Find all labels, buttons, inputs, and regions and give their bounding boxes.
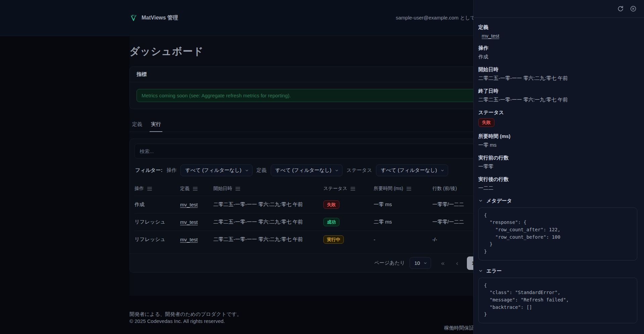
field-operation-label: 操作 xyxy=(478,45,637,51)
chevron-down-icon xyxy=(423,261,427,265)
table-row[interactable]: リフレッシュ mv_test 二零二五-一零-一一 零六:二九:零七 午前 実行… xyxy=(135,231,510,248)
tab-executions[interactable]: 実行 xyxy=(150,121,162,132)
pagination-bar: ページあたり 10 « ‹ 1 xyxy=(130,253,515,272)
chevron-down-icon xyxy=(335,169,339,173)
chevron-down-icon xyxy=(440,169,444,173)
filter-status-select[interactable]: すべて (フィルターなし) xyxy=(376,164,448,176)
definition-link[interactable]: mv_test xyxy=(180,237,198,242)
column-header-started-at[interactable]: 開始日時 xyxy=(213,186,323,192)
field-finished-label: 終了日時 xyxy=(478,88,637,94)
chevron-down-icon xyxy=(478,198,483,203)
cell-action: リフレッシュ xyxy=(135,236,180,243)
definition-link[interactable]: mv_test xyxy=(180,202,198,207)
field-rows-before-label: 実行前の行数 xyxy=(478,155,637,161)
per-page-select[interactable]: 10 xyxy=(410,257,431,269)
execution-detail-drawer: 定義 mv_test 操作 作成 開始日時 二零二五-一零-一一 零六:二九:零… xyxy=(473,0,644,334)
field-status-label: ステータス xyxy=(478,109,637,116)
field-rows-after-label: 実行後の行数 xyxy=(478,176,637,183)
cell-duration: - xyxy=(374,237,432,242)
cell-started-at: 二零二五-一零-一一 零六:二九:零七 午前 xyxy=(213,236,323,243)
footer-tagline: 開発者による、開発者のためのプロダクトです。 xyxy=(129,311,515,318)
page-title: ダッシュボード xyxy=(129,45,515,58)
pagination-first-button[interactable]: « xyxy=(441,259,445,267)
status-badge: 失敗 xyxy=(323,200,339,209)
status-badge: 実行中 xyxy=(323,235,344,244)
metrics-card: 指標 Metrics coming soon (see: Aggregate r… xyxy=(129,66,515,109)
field-started-value: 二零二五-一零-一一 零六:二九:零七 午前 xyxy=(478,75,637,82)
filter-bar: フィルター: 操作 すべて (フィルターなし) 定義 すべて (フィルターなし)… xyxy=(135,164,509,176)
filters-label: フィルター: xyxy=(135,167,162,174)
definition-link[interactable]: mv_test xyxy=(180,219,198,225)
drawer-toolbar xyxy=(474,0,644,18)
chevron-down-icon xyxy=(478,269,483,273)
cell-duration: 二零 ms xyxy=(374,219,432,225)
main-content: ダッシュボード 指標 Metrics coming soon (see: Agg… xyxy=(129,36,515,296)
filter-action-select[interactable]: すべて (フィルターなし) xyxy=(180,164,252,176)
footer: 開発者による、開発者のためのプロダクトです。 © 2025 Codevedas … xyxy=(129,311,515,325)
cell-action: 作成 xyxy=(135,201,180,208)
sort-icon[interactable] xyxy=(193,187,198,191)
metrics-coming-soon-alert: Metrics coming soon (see: Aggregate refr… xyxy=(137,89,508,102)
executions-card: フィルター: 操作 すべて (フィルターなし) 定義 すべて (フィルターなし)… xyxy=(129,139,515,273)
executions-table: 操作 定義 開始日時 ステータス xyxy=(135,182,510,248)
metrics-card-title: 指標 xyxy=(130,67,515,82)
chevron-down-icon xyxy=(245,169,249,173)
app-logo-icon xyxy=(130,14,138,21)
error-section-toggle[interactable]: エラー xyxy=(478,268,637,274)
filter-definition-label: 定義 xyxy=(257,167,267,174)
cell-started-at: 二零二五-一零-一一 零六:二九:零七 午前 xyxy=(213,219,323,225)
field-duration-value: 一零 ms xyxy=(478,142,637,148)
app-title: MatViews 管理 xyxy=(142,14,178,21)
refresh-icon[interactable] xyxy=(617,5,624,12)
cell-duration: 一零 ms xyxy=(374,201,432,208)
filter-action-label: 操作 xyxy=(166,167,176,174)
definition-link[interactable]: mv_test xyxy=(482,33,499,39)
metadata-json: { "response": { "row_count_after": 122, … xyxy=(478,207,637,260)
table-row[interactable]: 作成 mv_test 二零二五-一零-一一 零六:二九:零七 午前 失敗 一零 … xyxy=(135,196,510,213)
field-definition-label: 定義 xyxy=(478,24,637,31)
field-operation-value: 作成 xyxy=(478,54,637,60)
field-finished-value: 二零二五-一零-一一 零六:一九:零七 午前 xyxy=(478,97,637,103)
field-started-label: 開始日時 xyxy=(478,66,637,73)
field-rows-after-value: 一二二 xyxy=(478,185,637,191)
sort-icon[interactable] xyxy=(407,187,411,191)
error-json: { "class": "StandardError", "message": "… xyxy=(478,278,637,323)
column-header-duration[interactable]: 所要時間 (ms) xyxy=(374,186,432,192)
cell-started-at: 二零二五-一零-一一 零六:二九:零七 午前 xyxy=(213,201,323,208)
sort-icon[interactable] xyxy=(147,187,152,191)
metadata-section-toggle[interactable]: メタデータ xyxy=(478,198,637,204)
filter-status-label: ステータス xyxy=(346,167,372,174)
filter-definition-select[interactable]: すべて (フィルターなし) xyxy=(271,164,342,176)
sort-icon[interactable] xyxy=(235,187,240,191)
table-header-row: 操作 定義 開始日時 ステータス xyxy=(135,182,510,196)
tab-definitions[interactable]: 定義 xyxy=(131,121,144,132)
close-icon[interactable] xyxy=(630,5,637,12)
column-header-definition[interactable]: 定義 xyxy=(180,186,213,192)
status-badge: 失敗 xyxy=(478,118,494,127)
column-header-action[interactable]: 操作 xyxy=(135,186,180,192)
table-row[interactable]: リフレッシュ mv_test 二零二五-一零-一一 零六:二九:零七 午前 成功… xyxy=(135,213,510,231)
column-header-status[interactable]: ステータス xyxy=(323,186,374,192)
pagination-prev-button[interactable]: ‹ xyxy=(456,259,458,267)
search-input[interactable] xyxy=(135,144,510,158)
field-duration-label: 所要時間 (ms) xyxy=(478,133,637,140)
sort-icon[interactable] xyxy=(351,187,355,191)
cell-action: リフレッシュ xyxy=(135,219,180,225)
field-rows-before-value: 一零零 xyxy=(478,163,637,170)
tab-bar: 定義 実行 xyxy=(129,121,515,132)
status-badge: 成功 xyxy=(323,218,339,227)
per-page-label: ページあたり xyxy=(374,260,405,266)
